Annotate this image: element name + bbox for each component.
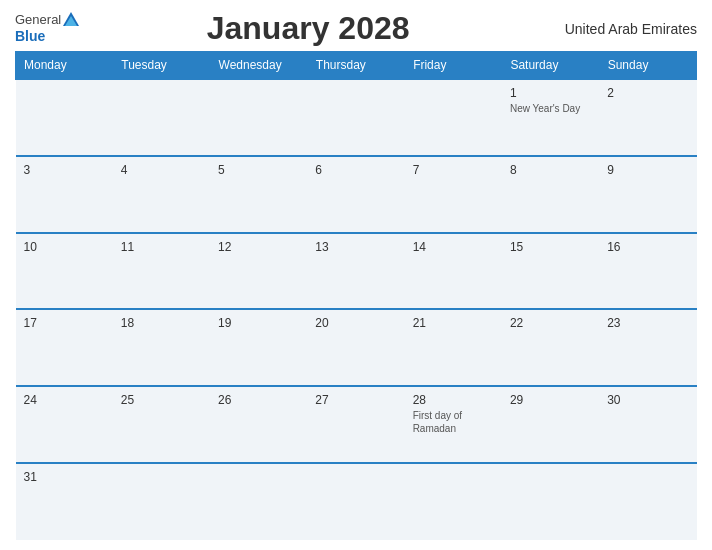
- calendar-cell: 13: [307, 233, 404, 310]
- day-number: 18: [121, 316, 202, 330]
- day-number: 25: [121, 393, 202, 407]
- calendar-cell: 11: [113, 233, 210, 310]
- logo-triangle-icon: [63, 12, 79, 26]
- calendar-week-row: 31: [16, 463, 697, 540]
- calendar-cell: 18: [113, 309, 210, 386]
- calendar-cell: [113, 463, 210, 540]
- calendar-cell: 21: [405, 309, 502, 386]
- day-number: 8: [510, 163, 591, 177]
- calendar-week-row: 1New Year's Day2: [16, 79, 697, 156]
- calendar-cell: 1New Year's Day: [502, 79, 599, 156]
- day-number: 10: [24, 240, 105, 254]
- logo: General Blue: [15, 12, 79, 44]
- calendar-cell: 6: [307, 156, 404, 233]
- day-number: 13: [315, 240, 396, 254]
- day-number: 20: [315, 316, 396, 330]
- calendar-cell: 15: [502, 233, 599, 310]
- day-event: New Year's Day: [510, 102, 591, 115]
- day-number: 5: [218, 163, 299, 177]
- day-number: 4: [121, 163, 202, 177]
- calendar-cell: 19: [210, 309, 307, 386]
- calendar-title: January 2028: [79, 10, 537, 47]
- calendar-cell: [113, 79, 210, 156]
- day-number: 2: [607, 86, 688, 100]
- calendar-cell: 5: [210, 156, 307, 233]
- calendar-cell: [405, 463, 502, 540]
- day-number: 26: [218, 393, 299, 407]
- calendar-week-row: 3456789: [16, 156, 697, 233]
- day-number: 11: [121, 240, 202, 254]
- calendar-header-sunday: Sunday: [599, 52, 696, 80]
- calendar-cell: 8: [502, 156, 599, 233]
- day-event: First day of Ramadan: [413, 409, 494, 435]
- calendar-cell: 17: [16, 309, 113, 386]
- day-number: 28: [413, 393, 494, 407]
- calendar-cell: 29: [502, 386, 599, 463]
- calendar-cell: 16: [599, 233, 696, 310]
- day-number: 27: [315, 393, 396, 407]
- calendar-cell: 14: [405, 233, 502, 310]
- calendar-cell: [307, 463, 404, 540]
- calendar-cell: 3: [16, 156, 113, 233]
- day-number: 21: [413, 316, 494, 330]
- calendar-week-row: 17181920212223: [16, 309, 697, 386]
- calendar-cell: 12: [210, 233, 307, 310]
- calendar-cell: 22: [502, 309, 599, 386]
- calendar-cell: 4: [113, 156, 210, 233]
- calendar-cell: [502, 463, 599, 540]
- calendar-cell: 2: [599, 79, 696, 156]
- calendar-cell: 26: [210, 386, 307, 463]
- day-number: 29: [510, 393, 591, 407]
- day-number: 9: [607, 163, 688, 177]
- calendar-cell: [210, 79, 307, 156]
- day-number: 22: [510, 316, 591, 330]
- calendar-header-tuesday: Tuesday: [113, 52, 210, 80]
- calendar-cell: [16, 79, 113, 156]
- calendar-header-saturday: Saturday: [502, 52, 599, 80]
- logo-blue-text: Blue: [15, 28, 45, 44]
- calendar-header-friday: Friday: [405, 52, 502, 80]
- calendar-cell: [210, 463, 307, 540]
- calendar-cell: 20: [307, 309, 404, 386]
- calendar-cell: 28First day of Ramadan: [405, 386, 502, 463]
- calendar-header-row: MondayTuesdayWednesdayThursdayFridaySatu…: [16, 52, 697, 80]
- calendar-header-wednesday: Wednesday: [210, 52, 307, 80]
- day-number: 31: [24, 470, 105, 484]
- calendar-cell: [599, 463, 696, 540]
- calendar-cell: 25: [113, 386, 210, 463]
- country-label: United Arab Emirates: [537, 21, 697, 37]
- calendar-cell: 27: [307, 386, 404, 463]
- day-number: 3: [24, 163, 105, 177]
- calendar-header-thursday: Thursday: [307, 52, 404, 80]
- day-number: 15: [510, 240, 591, 254]
- day-number: 12: [218, 240, 299, 254]
- day-number: 1: [510, 86, 591, 100]
- day-number: 19: [218, 316, 299, 330]
- logo-general-text: General: [15, 12, 61, 28]
- day-number: 6: [315, 163, 396, 177]
- calendar-cell: 31: [16, 463, 113, 540]
- day-number: 17: [24, 316, 105, 330]
- calendar-cell: 24: [16, 386, 113, 463]
- calendar-cell: 23: [599, 309, 696, 386]
- day-number: 24: [24, 393, 105, 407]
- calendar-cell: 7: [405, 156, 502, 233]
- calendar-cell: [405, 79, 502, 156]
- day-number: 14: [413, 240, 494, 254]
- calendar-week-row: 2425262728First day of Ramadan2930: [16, 386, 697, 463]
- calendar-cell: 9: [599, 156, 696, 233]
- calendar-cell: 10: [16, 233, 113, 310]
- calendar-header-monday: Monday: [16, 52, 113, 80]
- top-bar: General Blue January 2028 United Arab Em…: [15, 10, 697, 47]
- day-number: 7: [413, 163, 494, 177]
- calendar-table: MondayTuesdayWednesdayThursdayFridaySatu…: [15, 51, 697, 540]
- calendar-cell: 30: [599, 386, 696, 463]
- day-number: 16: [607, 240, 688, 254]
- calendar-week-row: 10111213141516: [16, 233, 697, 310]
- day-number: 30: [607, 393, 688, 407]
- day-number: 23: [607, 316, 688, 330]
- calendar-cell: [307, 79, 404, 156]
